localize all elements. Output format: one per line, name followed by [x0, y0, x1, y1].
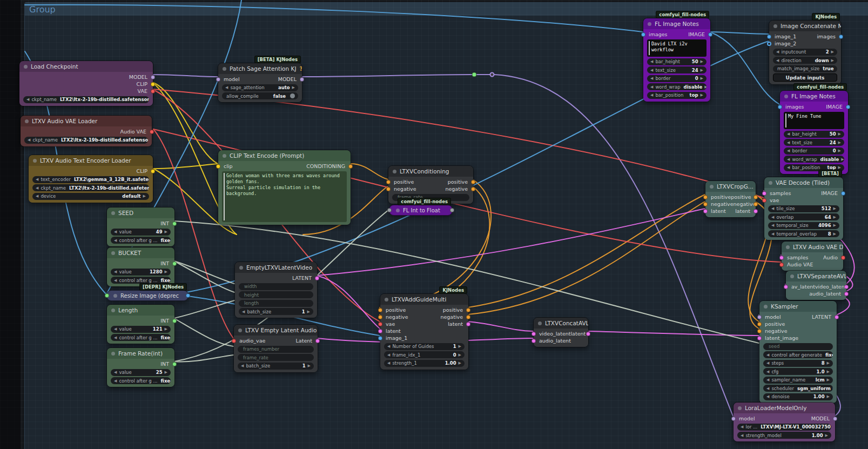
widget-temporal-overlap[interactable]: ◀temporal_overlap8▶: [768, 230, 839, 237]
combo-left-arrow-icon[interactable]: ◀: [776, 58, 779, 63]
output-dot-INT[interactable]: [172, 222, 177, 226]
collapse-toggle[interactable]: [33, 159, 37, 163]
combo-right-arrow-icon[interactable]: ▶: [838, 132, 841, 136]
input-dot-model[interactable]: [216, 77, 220, 82]
output-dot-INT[interactable]: [172, 319, 177, 323]
widget-control-after-g-[interactable]: ◀control after g ...fixed▶: [111, 237, 171, 244]
widget-length[interactable]: length: [239, 300, 313, 307]
combo-left-arrow-icon[interactable]: ◀: [114, 270, 117, 274]
combo-left-arrow-icon[interactable]: ◀: [787, 157, 790, 162]
widget-overlap[interactable]: ◀overlap64▶: [768, 213, 839, 220]
collapse-toggle[interactable]: [538, 321, 542, 325]
output-dot-positive[interactable]: [753, 195, 758, 199]
widget-direction[interactable]: ◀directiondown▶: [773, 57, 837, 64]
node-lora-loader-model-only[interactable]: LoraLoaderModelOnlymodelMODEL◀lor ...LTX…: [733, 402, 836, 442]
collapsed-input-dot[interactable]: [387, 208, 392, 212]
node-vae-decode-tiled[interactable]: [BETA]VAE Decode (Tiled)samplesIMAGEvae◀…: [764, 177, 844, 240]
collapse-toggle[interactable]: [25, 119, 29, 123]
node-fl-image-notes-1[interactable]: comfyui_fill-nodesFL Image NotesimagesIM…: [643, 18, 711, 102]
collapse-toggle[interactable]: [784, 95, 788, 98]
collapse-toggle[interactable]: [393, 170, 396, 173]
combo-right-arrow-icon[interactable]: ▶: [292, 85, 295, 90]
combo-left-arrow-icon[interactable]: ◀: [650, 68, 653, 72]
collapse-toggle[interactable]: [773, 24, 777, 28]
output-dot-negative[interactable]: [471, 187, 475, 191]
input-dot-audio_latent[interactable]: [531, 339, 536, 343]
combo-right-arrow-icon[interactable]: ▶: [833, 223, 836, 227]
combo-left-arrow-icon[interactable]: ◀: [114, 379, 117, 383]
input-dot-video_latent[interactable]: [531, 332, 536, 336]
node-header[interactable]: FL Image Notes: [780, 91, 848, 102]
widget-height[interactable]: height: [239, 291, 313, 298]
input-dot-Audio VAE[interactable]: [779, 263, 784, 267]
collapsed-input-dot[interactable]: [105, 293, 109, 298]
text-area[interactable]: Golden woman with three arms waves aroun…: [222, 171, 347, 222]
combo-left-arrow-icon[interactable]: ◀: [741, 425, 743, 429]
widget-control-after-generate[interactable]: ◀control after generatefixed▶: [763, 351, 833, 358]
combo-right-arrow-icon[interactable]: ▶: [827, 378, 830, 382]
widget-bar-height[interactable]: ◀bar_height50▶: [647, 58, 706, 65]
widget-inputcount[interactable]: ◀inputcount2▶: [773, 49, 837, 56]
node-header[interactable]: LTXVConditioning: [388, 166, 473, 177]
node-clip-text-encode-prompt[interactable]: CLIP Text Encode (Prompt)clipCONDITIONIN…: [218, 150, 351, 225]
input-dot-image_1[interactable]: [378, 336, 382, 340]
combo-left-arrow-icon[interactable]: ◀: [114, 278, 117, 283]
output-dot-negative[interactable]: [466, 315, 470, 319]
node-header[interactable]: LTXV Audio VAE Loader: [21, 116, 152, 126]
combo-left-arrow-icon[interactable]: ◀: [241, 364, 244, 368]
node-header[interactable]: SEED: [107, 207, 174, 218]
widget-text-encoder[interactable]: ◀text_encoderLTX2\gemma_3_12B_it.safeten…: [32, 176, 149, 183]
widget-value[interactable]: ◀value49▶: [111, 229, 171, 236]
node-fl-int-to-float[interactable]: comfyui_fill-nodesFL Int to Float: [389, 205, 453, 216]
output-dot-LATENT[interactable]: [315, 276, 319, 280]
combo-right-arrow-icon[interactable]: ▶: [704, 85, 706, 89]
node-ksampler[interactable]: KSamplermodelLATENTpositivenegativelaten…: [759, 300, 837, 404]
widget-border[interactable]: ◀border0▶: [784, 148, 844, 155]
combo-left-arrow-icon[interactable]: ◀: [114, 370, 117, 374]
node-header[interactable]: LTXVCropG...: [705, 181, 756, 192]
combo-right-arrow-icon[interactable]: ▶: [841, 157, 844, 162]
output-dot-CLIP[interactable]: [151, 82, 155, 86]
node-ltxv-audio-vae-decode[interactable]: LTXV Audio VAE De...samplesAudioAudio VA…: [781, 241, 844, 271]
node-graph-canvas[interactable]: Group Load CheckpointMODELCLIPVAE◀ckpt_n…: [0, 0, 868, 449]
combo-left-arrow-icon[interactable]: ◀: [766, 370, 769, 374]
widget-temporal-size[interactable]: ◀temporal_size4096▶: [768, 222, 839, 229]
combo-left-arrow-icon[interactable]: ◀: [771, 223, 774, 227]
collapse-toggle[interactable]: [223, 154, 226, 158]
widget-value[interactable]: ◀value1280▶: [111, 269, 171, 276]
node-empty-ltxv-latent-video[interactable]: EmptyLTXVLatentVideoLATENTwidthheightlen…: [234, 262, 318, 318]
node-ltxv-separate-avl[interactable]: LTXVSeparateAVL...av_latentvideo_latenta…: [785, 270, 847, 300]
collapsed-output-dot[interactable]: [450, 208, 454, 212]
combo-right-arrow-icon[interactable]: ▶: [165, 327, 167, 331]
widget-steps[interactable]: ◀steps8▶: [763, 360, 833, 367]
input-dot-positive[interactable]: [703, 195, 708, 199]
combo-left-arrow-icon[interactable]: ◀: [114, 327, 117, 331]
combo-right-arrow-icon[interactable]: ▶: [165, 230, 167, 234]
combo-right-arrow-icon[interactable]: ▶: [831, 58, 834, 63]
output-dot-CLIP[interactable]: [151, 169, 155, 173]
widget-lor-[interactable]: ◀lor ...LTXV\MJ-LTX-V1_000032750.safeten…: [737, 424, 831, 431]
output-dot-Audio[interactable]: [841, 256, 845, 260]
node-header[interactable]: LoraLoaderModelOnly: [734, 403, 835, 413]
combo-right-arrow-icon[interactable]: ▶: [308, 364, 311, 368]
output-dot-negative[interactable]: [753, 202, 758, 206]
widget-word-wrap[interactable]: ◀word_wrapdisable▶: [784, 156, 844, 163]
node-header[interactable]: VAE Decode (Tiled): [764, 177, 843, 188]
collapse-toggle[interactable]: [223, 67, 226, 71]
input-dot-images[interactable]: [641, 32, 645, 37]
collapsed-output-dot[interactable]: [186, 293, 190, 298]
combo-left-arrow-icon[interactable]: ◀: [225, 85, 228, 90]
combo-left-arrow-icon[interactable]: ◀: [771, 232, 774, 236]
node-ltxv-concat-avl[interactable]: LTXVConcatAVL...video_latentlatentaudio_…: [533, 317, 589, 347]
text-area[interactable]: David LTX i2v workflow: [647, 39, 706, 57]
widget-denoise[interactable]: ◀denoise1.00▶: [763, 393, 833, 400]
combo-right-arrow-icon[interactable]: ▶: [165, 270, 167, 274]
combo-left-arrow-icon[interactable]: ◀: [650, 85, 653, 89]
combo-right-arrow-icon[interactable]: ▶: [827, 361, 830, 365]
collapse-toggle[interactable]: [111, 251, 115, 255]
widget-allow-compile[interactable]: allow_compilefalse: [222, 92, 298, 99]
node-header[interactable]: Frame Rate(int): [107, 348, 174, 359]
input-dot-negative[interactable]: [757, 329, 762, 333]
input-dot-samples[interactable]: [762, 191, 766, 196]
collapse-toggle[interactable]: [239, 266, 243, 270]
